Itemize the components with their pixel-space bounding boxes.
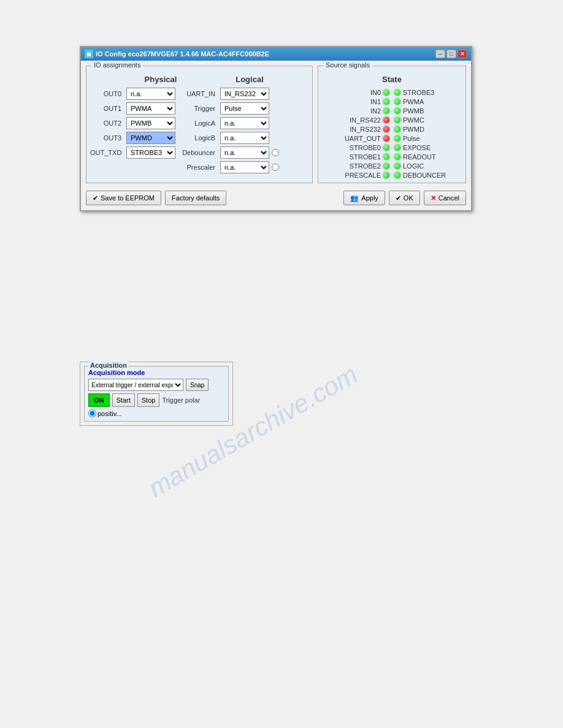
stop-button[interactable]: Stop [137,393,160,407]
signal-prescale: PRESCALE [322,172,389,179]
on-button[interactable]: ON [88,393,110,407]
save-label: Save to EEPROM [101,194,155,202]
window-body: IO assignments Physical Logical OUT0 n.a… [81,61,471,188]
signal-strobe3: STROBE3 [394,89,462,96]
maximize-button[interactable]: □ [446,50,456,58]
acquisition-group: Acquisition Acquisition mode External tr… [84,366,229,422]
acquisition-mode-label: Acquisition mode [88,369,224,376]
cancel-label: Cancel [439,194,459,202]
close-button[interactable]: ✕ [458,50,467,58]
out0-label: OUT0 [90,90,124,97]
prescaler-radio[interactable] [272,164,279,171]
acquisition-panel: Acquisition Acquisition mode External tr… [80,362,233,426]
in-rs422-led [383,117,389,123]
out2-label: OUT2 [90,119,124,127]
trigger-polarity-label: Trigger polar [162,396,200,404]
table-row: OUT2 PWMBn.a.PWMAPWMDSTROBE3 LogicA n.a.… [90,117,308,129]
signal-in2: IN2 [322,107,389,115]
out3-physical-select[interactable]: PWMDn.a.PWMAPWMBSTROBE3 [126,132,175,144]
strobe0-led [383,145,389,151]
in-rs232-label: IN_RS232 [350,126,381,133]
table-row: Prescaler n.a.Pulse [90,161,308,173]
apply-button[interactable]: 👥 Apply [343,191,385,205]
acquisition-group-label: Acquisition [88,362,129,369]
cancel-button[interactable]: ✕ Cancel [424,191,466,205]
prescale-label: PRESCALE [345,172,381,179]
polarity-positive-radio[interactable] [88,409,96,417]
pwmb-label: PWMB [403,107,424,115]
signal-grid: IN0 STROBE3 IN1 PWMA IN2 [322,89,462,179]
acquisition-mode-row: External trigger / external expos Free r… [88,379,224,391]
table-row: OUT_TXD STROBE3n.a.PWMAPWMBPWMD Debounce… [90,146,308,159]
io-config-window: ▣ IO Config eco267MVGE67 1.4.66 MAC-AC4F… [80,46,472,211]
logicb-logical-select[interactable]: n.a.Pulse [220,132,269,144]
table-row: OUT0 n.a.PWMAPWMBPWMDSTROBE3 UART_IN IN_… [90,88,308,100]
out-txd-physical-select[interactable]: STROBE3n.a.PWMAPWMBPWMD [126,146,175,159]
strobe3-led [394,89,400,96]
trigger-logical-select[interactable]: Pulsen.a. [220,102,269,115]
pwmc-label: PWMC [403,116,424,124]
logicb-label: LogicB [178,134,218,142]
trigger-polarity-radio-row: positiv... [88,409,224,417]
title-bar: ▣ IO Config eco267MVGE67 1.4.66 MAC-AC4F… [81,47,471,61]
factory-defaults-button[interactable]: Factory defaults [165,191,226,205]
out1-physical-select[interactable]: PWMAn.a.PWMBPWMDSTROBE3 [126,102,175,115]
strobe1-label: STROBE1 [350,153,381,161]
out0-physical-select[interactable]: n.a.PWMAPWMBPWMDSTROBE3 [126,88,175,100]
source-signals-group: Source signals State IN0 STROBE3 IN1 [318,66,466,183]
strobe1-led [383,154,389,160]
start-button[interactable]: Start [112,393,135,407]
state-header: State [322,75,462,84]
strobe2-led [383,163,389,169]
in0-led [383,89,389,96]
logica-logical-select[interactable]: n.a.Pulse [220,117,269,129]
strobe3-label: STROBE3 [403,89,434,96]
save-icon: ✔ [93,194,98,202]
uart-out-label: UART_OUT [345,135,381,142]
out3-label: OUT3 [90,134,124,142]
signal-readout: READOUT [394,153,462,161]
prescaler-logical-select[interactable]: n.a.Pulse [220,161,269,173]
table-row: OUT3 PWMDn.a.PWMAPWMBSTROBE3 LogicB n.a.… [90,132,308,144]
title-bar-buttons: ─ □ ✕ [435,50,467,58]
signal-uart-out: UART_OUT [322,135,389,142]
io-assignments-group: IO assignments Physical Logical OUT0 n.a… [86,66,313,183]
pwmc-led [394,117,400,123]
out1-label: OUT1 [90,105,124,112]
expose-label: EXPOSE [403,144,431,151]
expose-led [394,145,400,151]
uart-in-label: UART_IN [178,90,218,97]
signal-pwmc: PWMC [394,116,462,124]
ok-label: OK [404,194,413,202]
signal-strobe2: STROBE2 [322,162,389,170]
ok-icon: ✔ [396,194,401,202]
io-assignments-label: IO assignments [91,61,143,69]
physical-header: Physical [121,75,201,84]
debouncer-radio[interactable] [272,149,279,156]
trigger-label: Trigger [178,105,218,112]
debouncer-logical-select[interactable]: n.a.Pulse [220,146,269,159]
acquisition-mode-select[interactable]: External trigger / external expos Free r… [88,379,183,391]
save-to-eeprom-button[interactable]: ✔ Save to EEPROM [86,191,161,205]
pwma-led [394,99,400,105]
acquisition-controls-row: ON Start Stop Trigger polar [88,393,224,407]
in0-label: IN0 [370,89,381,96]
uart-out-led [383,135,389,142]
pulse-led [394,135,400,142]
logic-led [394,163,400,169]
in2-label: IN2 [370,107,381,115]
out2-physical-select[interactable]: PWMBn.a.PWMAPWMDSTROBE3 [126,117,175,129]
snap-button[interactable]: Snap [186,379,209,391]
pwmd-label: PWMD [403,126,424,133]
signal-pwmd: PWMD [394,126,462,133]
debouncer-label: Debouncer [178,149,218,156]
signal-logic: LOGIC [394,162,462,170]
signal-in0: IN0 [322,89,389,96]
signal-debouncer: DEBOUNCER [394,172,462,179]
readout-led [394,154,400,160]
in-rs422-label: IN_RS422 [350,116,381,124]
ok-button[interactable]: ✔ OK [389,191,420,205]
minimize-button[interactable]: ─ [435,50,445,58]
table-row: OUT1 PWMAn.a.PWMBPWMDSTROBE3 Trigger Pul… [90,102,308,115]
uart-in-logical-select[interactable]: IN_RS232IN_RS422n.a. [220,88,269,100]
